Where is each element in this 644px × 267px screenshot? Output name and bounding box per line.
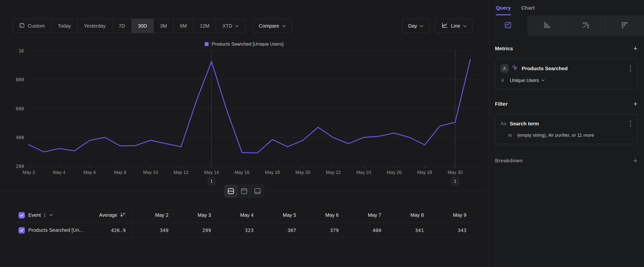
day-value-cell: 307 [260, 227, 302, 233]
average-value: 426.9 [111, 227, 126, 233]
layout-split-view-button[interactable] [224, 184, 238, 198]
x-axis-tick-label: May 30 [448, 170, 463, 175]
panel-tabs: Query Chart [488, 0, 644, 15]
date-range-30d[interactable]: 30D [131, 19, 154, 33]
date-range-segmented-control: CustomTodayYesterday7D30D3M6M12MXTD [12, 19, 245, 33]
x-axis-tick-label: May 16 [234, 170, 250, 175]
filter-value[interactable]: (empty string), Air purifier, or 11 more [517, 133, 594, 138]
series-name: Products Searched [Un... [28, 227, 83, 233]
day-column-header[interactable]: May 4 [218, 212, 260, 218]
date-range-12m[interactable]: 12M [193, 19, 216, 33]
compare-button[interactable]: Compare [253, 19, 292, 33]
series-checkbox[interactable] [18, 227, 25, 233]
x-axis-tick-label: May 12 [174, 170, 189, 175]
view-tab-bar[interactable] [528, 15, 566, 36]
bar-chart-icon [544, 22, 550, 30]
aggregation-dropdown[interactable]: Unique Users [510, 78, 544, 83]
y-axis-tick-label: 1K [18, 48, 24, 54]
line-chart-icon [441, 22, 448, 30]
view-tab-retention[interactable] [605, 15, 644, 36]
main-area: CustomTodayYesterday7D30D3M6M12MXTD Comp… [0, 0, 488, 267]
day-value-cell: 323 [218, 227, 260, 233]
chart-legend: Products Searched [Unique Users] [0, 41, 488, 47]
chart-toolbar: CustomTodayYesterday7D30D3M6M12MXTD Comp… [12, 19, 473, 33]
day-column-header[interactable]: May 5 [260, 212, 302, 218]
event-cursor-icon [512, 65, 518, 72]
date-range-yesterday[interactable]: Yesterday [77, 19, 112, 33]
select-all-checkbox[interactable] [18, 212, 25, 218]
day-column-header[interactable]: May 9 [430, 212, 473, 218]
compare-label: Compare [259, 23, 279, 29]
filter-operator[interactable]: Is [508, 133, 512, 138]
day-value-cells: 349299323307379400341343 [132, 227, 473, 233]
date-range-3m[interactable]: 3M [154, 19, 174, 33]
x-axis-tick-label: May 8 [114, 170, 126, 175]
x-axis-tick-label: May 22 [326, 170, 341, 175]
tab-chart[interactable]: Chart [521, 5, 535, 15]
view-type-tabs [488, 15, 644, 36]
date-range-xtd[interactable]: XTD [216, 19, 245, 33]
day-value-cell: 343 [430, 227, 473, 233]
date-range-7d[interactable]: 7D [112, 19, 132, 33]
layout-table-only-button[interactable] [251, 184, 264, 198]
sort-icon [120, 212, 126, 218]
add-filter-button[interactable]: + [633, 100, 638, 108]
date-range-today[interactable]: Today [51, 19, 77, 33]
filter-property-name: Search term [510, 121, 539, 127]
layout-chart-only-button[interactable] [238, 184, 251, 198]
x-axis-tick-label: May 26 [387, 170, 402, 175]
day-column-header[interactable]: May 2 [132, 212, 175, 218]
metric-card[interactable]: A Products Searched # Unique Users [495, 59, 638, 89]
calendar-icon [19, 23, 25, 30]
date-range-label: 7D [119, 23, 125, 29]
day-column-header[interactable]: May 8 [388, 212, 430, 218]
filter-section-header: Filter + [495, 100, 638, 108]
table-row: Products Searched [Un... 426.9 349299323… [12, 223, 473, 238]
trend-line-chart[interactable]: 1K800600400200May 2May 4May 6May 8May 10… [0, 47, 488, 187]
legend-label: Products Searched [Unique Users] [212, 41, 284, 47]
add-metric-button[interactable]: + [633, 45, 638, 52]
date-range-label: Yesterday [84, 23, 106, 29]
metric-event-name: Products Searched [522, 66, 568, 71]
view-tab-insights-line[interactable] [488, 15, 528, 36]
day-column-header[interactable]: May 3 [175, 212, 218, 218]
tab-query[interactable]: Query [496, 5, 511, 15]
average-value-cell: 426.9 [88, 227, 132, 233]
day-header-cells: May 2May 3May 4May 5May 6May 7May 8May 9 [132, 212, 473, 218]
x-axis-tick-label: May 2 [23, 170, 35, 175]
day-value-cell: 349 [132, 227, 175, 233]
x-axis-tick-label: May 10 [143, 170, 158, 175]
metrics-section-header: Metrics + [495, 45, 638, 52]
flow-icon [582, 22, 590, 30]
trend-line-series[interactable] [29, 59, 470, 153]
metric-letter-badge: A [500, 64, 508, 73]
y-axis-tick-label: 800 [16, 77, 24, 82]
date-range-6m[interactable]: 6M [174, 19, 193, 33]
chevron-down-icon[interactable] [50, 214, 53, 216]
day-column-header[interactable]: May 6 [302, 212, 345, 218]
table-column-divider [132, 208, 133, 238]
add-breakdown-button[interactable]: + [633, 157, 638, 164]
date-range-label: 12M [200, 23, 209, 29]
day-column-header[interactable]: May 7 [345, 212, 388, 218]
date-range-custom[interactable]: Custom [12, 19, 51, 33]
filter-kebab-menu[interactable] [629, 120, 632, 128]
layout-toggle-group [224, 184, 264, 198]
view-tab-flow[interactable] [566, 15, 605, 36]
chevron-down-icon [235, 25, 238, 27]
y-axis-tick-label: 600 [16, 106, 24, 111]
chart-type-dropdown[interactable]: Line [435, 19, 473, 33]
text-property-icon: Aa [500, 121, 506, 126]
metric-kebab-menu[interactable] [629, 65, 632, 72]
breakdown-section-header: Breakdown + [495, 157, 638, 164]
average-header-cell[interactable]: Average [88, 212, 132, 218]
day-value-cell: 379 [302, 227, 345, 233]
view-tabs-strip [528, 15, 644, 36]
metrics-title: Metrics [495, 46, 513, 52]
granularity-dropdown[interactable]: Day [402, 19, 430, 33]
data-table: Event 1 Average May 2May 3May 4May 5May … [12, 208, 473, 238]
filter-card[interactable]: Aa Search term Is (empty string), Air pu… [495, 114, 638, 144]
breakdown-title: Breakdown [495, 158, 523, 164]
event-header-cell: Event 1 [12, 212, 88, 218]
event-label: Event [28, 212, 41, 218]
